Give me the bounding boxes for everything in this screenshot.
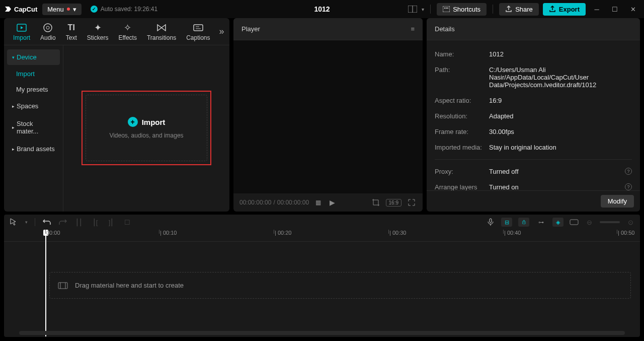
player-right: 16:9 (371, 197, 417, 208)
sidenav-presets[interactable]: My presets (7, 83, 60, 96)
detail-row-layers: Arrange layersTurned on? (435, 179, 632, 190)
split-tool[interactable]: ⎮⎮ (74, 218, 84, 227)
tab-text[interactable]: TI Text (61, 21, 82, 42)
chevron-right-icon: ▸ (12, 104, 15, 109)
timeline-toolbar: ▾ ⎮⎮ ⎮[ ]⎮ ☐ ⊟ ⫛ ⊶ ◈ ⊖ ⊙ (4, 215, 640, 230)
timeline-ruler[interactable]: 00:00 | 00:10 | 00:20 | 00:30 | 00:40 | … (4, 230, 640, 242)
layout-icon[interactable] (408, 4, 418, 14)
separator (430, 5, 431, 14)
undo-button[interactable] (42, 218, 51, 227)
titlebar: CapCut Menu ▾ ✓ Auto saved: 19:26:41 101… (0, 0, 644, 18)
export-button[interactable]: Export (543, 3, 586, 16)
ratio-badge[interactable]: 16:9 (386, 199, 401, 207)
share-label: Share (515, 6, 533, 13)
ruler-mark: | 00:50 (618, 230, 634, 236)
maximize-button[interactable]: ☐ (608, 2, 622, 16)
chevron-down-icon[interactable]: ▾ (25, 220, 28, 225)
chevron-right-icon: ▸ (12, 147, 15, 152)
player-viewport[interactable] (233, 40, 423, 193)
player-title: Player (242, 25, 260, 33)
mic-icon[interactable] (486, 218, 495, 227)
detail-value: 16:9 (489, 97, 632, 104)
track-settings-icon[interactable] (570, 218, 579, 227)
tab-import[interactable]: Import (8, 21, 35, 42)
drop-hint-text: Drag material here and start to create (75, 282, 184, 289)
export-label: Export (559, 6, 580, 13)
detail-label: Proxy: (435, 168, 489, 175)
zoom-slider[interactable] (600, 221, 620, 223)
tab-captions[interactable]: Captions (181, 21, 215, 42)
sidenav-label: Stock mater... (17, 120, 55, 135)
ruler-mark: | 00:20 (275, 230, 291, 236)
info-icon[interactable]: ? (625, 183, 632, 190)
detail-row-framerate: Frame rate:30.00fps (435, 124, 632, 140)
modify-button[interactable]: Modify (601, 195, 634, 208)
tab-effects[interactable]: ✧ Effects (113, 21, 141, 42)
app-logo: CapCut (4, 5, 37, 13)
ruler-mark: 00:00 (46, 230, 60, 236)
share-button[interactable]: Share (499, 3, 539, 16)
link-toggle[interactable]: ⊶ (535, 218, 546, 227)
separator (435, 159, 632, 160)
magnet-toggle[interactable]: ⫛ (518, 218, 529, 227)
snap-toggle[interactable]: ⊟ (501, 218, 512, 227)
detail-value: 30.00fps (489, 128, 632, 135)
trim-left-tool[interactable]: ⎮[ (91, 218, 100, 227)
detail-row-path: Path:C:/Users/Usman Ali Nasir/AppData/Lo… (435, 62, 632, 93)
zoom-out-icon[interactable]: ⊖ (585, 218, 594, 227)
tab-label: Captions (186, 34, 210, 41)
shortcuts-button[interactable]: Shortcuts (437, 3, 487, 16)
redo-button[interactable] (58, 218, 67, 227)
detail-value: Turned on (489, 183, 625, 190)
import-dropzone[interactable]: + Import Videos, audios, and images (82, 91, 211, 165)
detail-label: Frame rate: (435, 128, 489, 135)
minimize-button[interactable]: ─ (590, 2, 604, 16)
preview-toggle[interactable]: ◈ (552, 218, 564, 227)
svg-point-8 (46, 26, 49, 29)
svg-rect-9 (194, 25, 203, 31)
media-panel: Import Audio TI Text ✦ Stickers ✧ Effect… (4, 18, 229, 212)
svg-rect-3 (444, 8, 445, 9)
tab-audio[interactable]: Audio (35, 21, 61, 42)
trim-right-tool[interactable]: ]⎮ (107, 218, 116, 227)
svg-rect-14 (58, 283, 67, 289)
fullscreen-icon[interactable] (407, 197, 417, 208)
menu-button[interactable]: Menu ▾ (42, 4, 82, 15)
more-tabs-button[interactable]: » (215, 26, 228, 37)
timeline-scrollbar[interactable] (19, 331, 625, 335)
player-menu-icon[interactable]: ≡ (411, 25, 415, 33)
tab-transitions[interactable]: Transitions (142, 21, 181, 42)
share-icon (505, 6, 512, 13)
transitions-icon (156, 22, 167, 33)
zoom-fit-icon[interactable]: ⊙ (626, 218, 635, 227)
close-button[interactable]: ✕ (626, 2, 640, 16)
track-area[interactable]: Drag material here and start to create (4, 242, 640, 299)
player-controls: 00:00:00:00 / 00:00:00:00 ▦ ▶ 16:9 (233, 193, 423, 212)
detail-value: Adapted (489, 112, 632, 120)
sidenav-device[interactable]: ▾Device (7, 49, 60, 65)
track-drop-hint[interactable]: Drag material here and start to create (49, 272, 631, 299)
separator (493, 5, 493, 14)
detail-label: Aspect ratio: (435, 97, 489, 104)
detail-row-aspect: Aspect ratio:16:9 (435, 93, 632, 108)
sidenav-spaces[interactable]: ▸Spaces (7, 98, 60, 114)
detail-row-resolution: Resolution:Adapted (435, 108, 632, 124)
info-icon[interactable]: ? (625, 168, 632, 175)
cursor-tool[interactable] (9, 218, 18, 227)
delete-tool[interactable]: ☐ (123, 218, 132, 227)
sidenav-import[interactable]: Import (7, 67, 60, 81)
chevron-down-icon[interactable]: ▾ (422, 7, 424, 12)
captions-icon (193, 22, 204, 33)
play-button[interactable]: ▶ (327, 197, 337, 208)
toolbar-right: ⊟ ⫛ ⊶ ◈ ⊖ ⊙ (486, 218, 635, 227)
sidenav-stock[interactable]: ▸Stock mater... (7, 116, 60, 139)
stickers-icon: ✦ (92, 22, 103, 33)
notification-dot-icon (67, 8, 70, 11)
details-footer: Modify (427, 190, 640, 212)
tab-stickers[interactable]: ✦ Stickers (82, 21, 114, 42)
crop-icon[interactable] (371, 197, 381, 208)
svg-rect-2 (443, 6, 450, 12)
grid-icon[interactable]: ▦ (313, 197, 323, 208)
detail-label: Arrange layers (435, 183, 489, 190)
sidenav-brand[interactable]: ▸Brand assets (7, 141, 60, 157)
